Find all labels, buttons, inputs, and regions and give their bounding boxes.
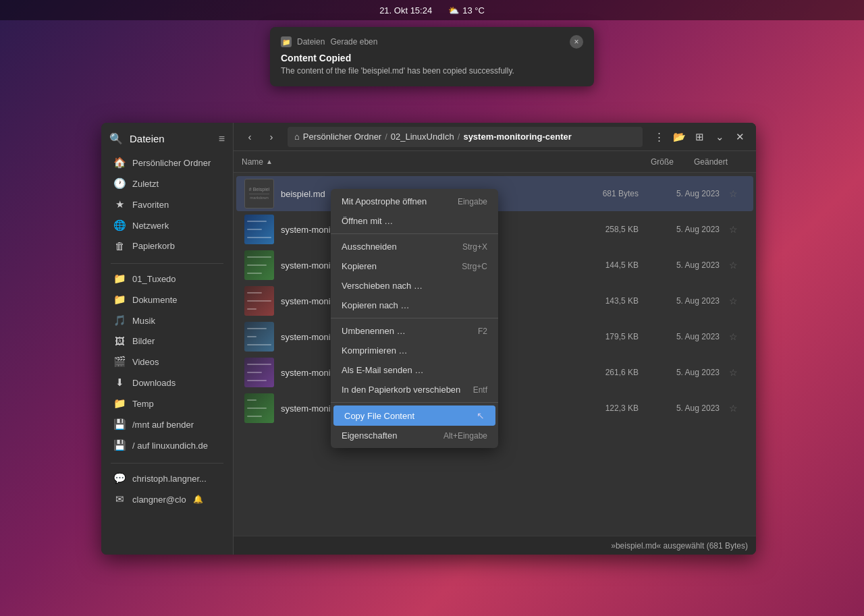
folder-icon: 📁 — [113, 397, 126, 410]
file-star-button[interactable]: ☆ — [729, 188, 745, 199]
sidebar-item-mnt[interactable]: 💾 /mnt auf bender — [104, 414, 230, 435]
statusbar-text: »beispiel.md« ausgewählt (681 Bytes) — [611, 541, 748, 551]
ctx-item-email[interactable]: Als E-Mail senden … — [331, 360, 498, 380]
ctx-item-label: Kopieren — [342, 261, 377, 271]
sidebar-item-label: Musik — [132, 316, 155, 326]
col-size-header[interactable]: Größe — [613, 157, 674, 167]
ctx-item-copy[interactable]: Kopieren Strg+C — [331, 256, 498, 276]
breadcrumb-sep2: / — [458, 132, 460, 142]
file-size: 258,5 KB — [578, 225, 639, 234]
sidebar-item-temp[interactable]: 📁 Temp — [104, 393, 230, 414]
ctx-item-label: Verschieben nach … — [342, 281, 423, 291]
ctx-divider — [331, 318, 498, 318]
sidebar-item-user2[interactable]: ✉ clangner@clo 🔔 — [104, 489, 230, 509]
sidebar-item-label: / auf linuxundich.de — [132, 441, 208, 451]
file-star-button[interactable]: ☆ — [729, 224, 745, 235]
file-thumbnail — [244, 358, 274, 387]
sidebar-places: 🏠 Persönlicher Ordner 🕐 Zuletzt ★ Favori… — [101, 152, 233, 256]
ctx-item-open-with[interactable]: Öffnen mit … — [331, 211, 498, 231]
hamburger-menu-icon[interactable]: ≡ — [219, 133, 225, 145]
file-star-button[interactable]: ☆ — [729, 331, 745, 342]
more-options-button[interactable]: ⋮ — [649, 128, 668, 146]
back-button[interactable]: ‹ — [240, 128, 259, 146]
file-thumbnail — [244, 215, 274, 244]
ctx-item-open-apostrophe[interactable]: Mit Apostrophe öffnen Eingabe — [331, 192, 498, 211]
ctx-shortcut: Strg+C — [462, 262, 487, 271]
close-button[interactable]: ✕ — [730, 128, 749, 146]
sidebar-item-label: Temp — [132, 399, 154, 409]
temperature: 13 °C — [462, 5, 485, 16]
music-icon: 🎵 — [113, 314, 126, 327]
file-size: 179,5 KB — [578, 332, 639, 341]
file-thumbnail — [244, 393, 274, 423]
col-name-label: Name — [242, 157, 263, 167]
ctx-shortcut: Entf — [473, 385, 487, 395]
notification-close-button[interactable]: × — [570, 35, 583, 49]
file-date: 5. Aug 2023 — [645, 403, 720, 413]
sidebar-item-recent[interactable]: 🕐 Zuletzt — [104, 173, 230, 194]
notification-app-name: Dateien — [297, 37, 325, 47]
file-star-button[interactable]: ☆ — [729, 260, 745, 271]
file-star-button[interactable]: ☆ — [729, 403, 745, 414]
sidebar-item-downloads[interactable]: ⬇ Downloads — [104, 372, 230, 393]
breadcrumb-part2[interactable]: 02_LinuxUndIch — [391, 132, 454, 142]
ctx-item-copy-to[interactable]: Kopieren nach … — [331, 296, 498, 315]
sidebar-item-images[interactable]: 🖼 Bilder — [104, 331, 230, 351]
trash-icon: 🗑 — [113, 240, 126, 252]
column-headers: Name ▲ Größe Geändert — [234, 151, 756, 173]
ctx-shortcut: F2 — [478, 327, 487, 336]
ctx-item-label: Kopieren nach … — [342, 300, 409, 310]
sidebar-accounts: 💬 christoph.langner... ✉ clangner@clo 🔔 — [101, 468, 233, 510]
sidebar-item-user1[interactable]: 💬 christoph.langner... — [104, 468, 230, 488]
chat-icon: 💬 — [113, 472, 126, 484]
sidebar-item-videos[interactable]: 🎬 Videos — [104, 352, 230, 372]
sort-icon: ▲ — [266, 158, 273, 165]
file-star-button[interactable]: ☆ — [729, 296, 745, 306]
search-icon[interactable]: 🔍 — [109, 132, 123, 145]
sidebar-item-network[interactable]: 🌐 Netzwerk — [104, 215, 230, 235]
sidebar-header: 🔍 Dateien ≡ — [101, 128, 233, 152]
file-star-button[interactable]: ☆ — [729, 367, 745, 378]
ctx-item-properties[interactable]: Eigenschaften Alt+Eingabe — [331, 426, 498, 445]
mail-icon: ✉ — [113, 493, 126, 505]
ctx-shortcut: Strg+X — [462, 242, 487, 252]
sidebar-item-label: Dokumente — [132, 295, 177, 305]
breadcrumb: ⌂ Persönlicher Ordner / 02_LinuxUndIch /… — [288, 127, 643, 147]
sidebar-item-trash[interactable]: 🗑 Papierkorb — [104, 236, 230, 256]
ctx-item-move-to[interactable]: Verschieben nach … — [331, 276, 498, 296]
sidebar-item-label: Favoriten — [132, 200, 169, 210]
file-date: 5. Aug 2023 — [645, 296, 720, 306]
notification-title: Content Copied — [281, 53, 583, 63]
folder-icon: 📁 — [113, 293, 126, 306]
clock-icon: 🕐 — [113, 177, 126, 190]
col-date-header[interactable]: Geändert — [674, 157, 748, 167]
sidebar-item-documents[interactable]: 📁 Dokumente — [104, 289, 230, 310]
ctx-divider — [331, 402, 498, 403]
breadcrumb-part1[interactable]: Persönlicher Ordner — [303, 132, 381, 142]
sidebar-item-01tuxedo[interactable]: 📁 01_Tuxedo — [104, 269, 230, 289]
ctx-item-compress[interactable]: Komprimieren … — [331, 341, 498, 360]
sidebar-item-favorites[interactable]: ★ Favoriten — [104, 194, 230, 215]
drive-icon: 💾 — [113, 418, 126, 430]
ctx-item-copy-file-content[interactable]: Copy File Content ↖ — [333, 405, 495, 426]
sidebar: 🔍 Dateien ≡ 🏠 Persönlicher Ordner 🕐 Zule… — [101, 123, 233, 555]
sidebar-item-label: Papierkorb — [132, 241, 175, 251]
ctx-item-trash[interactable]: In den Papierkorb verschieben Entf — [331, 380, 498, 399]
view-options-button[interactable]: ⌄ — [710, 128, 729, 146]
new-folder-button[interactable]: 📂 — [670, 128, 688, 146]
sidebar-item-label: clangner@clo — [132, 495, 186, 505]
download-icon: ⬇ — [113, 376, 126, 389]
ctx-item-label: Mit Apostrophe öffnen — [342, 196, 427, 206]
star-icon: ★ — [113, 198, 126, 211]
ctx-item-cut[interactable]: Ausschneiden Strg+X — [331, 237, 498, 256]
sidebar-item-remote[interactable]: 💾 / auf linuxundich.de — [104, 435, 230, 455]
sidebar-item-music[interactable]: 🎵 Musik — [104, 310, 230, 331]
sidebar-item-personal[interactable]: 🏠 Persönlicher Ordner — [104, 152, 230, 173]
forward-button[interactable]: › — [262, 128, 281, 146]
sidebar-divider-1 — [111, 263, 223, 264]
view-toggle-button[interactable]: ⊞ — [690, 128, 709, 146]
ctx-item-label: Als E-Mail senden … — [342, 365, 423, 375]
col-name-header[interactable]: Name ▲ — [242, 157, 613, 167]
ctx-item-rename[interactable]: Umbenennen … F2 — [331, 321, 498, 341]
notification-badge-icon: 🔔 — [193, 495, 203, 504]
